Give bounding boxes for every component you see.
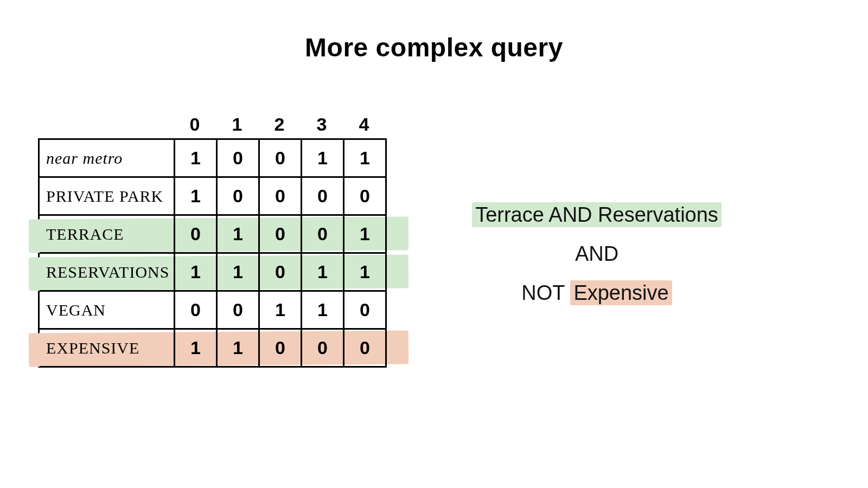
cell: 0: [344, 178, 387, 216]
slide-title: More complex query: [0, 33, 868, 62]
cell: 1: [302, 292, 344, 330]
cell: 0: [260, 254, 302, 292]
cell: 1: [175, 330, 218, 368]
cell: 0: [302, 178, 344, 216]
col-header-4: 4: [343, 114, 385, 135]
cell: 0: [218, 140, 260, 178]
cell: 0: [344, 292, 387, 330]
bitmap-table: 0 1 2 3 4 near metro 1 0 0 1 1 PRIVATE P…: [38, 114, 396, 368]
cell: 1: [175, 254, 218, 292]
cell: 0: [260, 178, 302, 216]
cell: 1: [344, 140, 387, 178]
table-row: TERRACE 0 1 0 0 1: [40, 216, 387, 254]
cell: 0: [260, 330, 302, 368]
row-label: EXPENSIVE: [40, 330, 175, 368]
query-not-prefix: NOT: [521, 281, 570, 304]
query-operator: AND: [445, 234, 749, 273]
query-term-red: Expensive: [570, 280, 672, 305]
cell: 0: [302, 330, 344, 368]
column-headers-row: 0 1 2 3 4: [174, 114, 396, 135]
cell: 0: [218, 178, 260, 216]
table-body: near metro 1 0 0 1 1 PRIVATE PARK 1 0 0 …: [38, 138, 387, 368]
row-label: PRIVATE PARK: [40, 178, 175, 216]
cell: 1: [218, 330, 260, 368]
cell: 0: [175, 216, 218, 254]
table-row: PRIVATE PARK 1 0 0 0 0: [40, 178, 387, 216]
cell: 1: [260, 292, 302, 330]
col-header-1: 1: [216, 114, 258, 135]
cell: 1: [302, 140, 344, 178]
cell: 1: [175, 140, 218, 178]
query-expression: Terrace AND Reservations AND NOT Expensi…: [445, 195, 749, 313]
cell: 0: [302, 216, 344, 254]
cell: 1: [218, 254, 260, 292]
cell: 1: [218, 216, 260, 254]
query-term-green: Terrace AND Reservations: [472, 202, 722, 227]
col-header-2: 2: [258, 114, 301, 135]
row-label: VEGAN: [40, 292, 175, 330]
col-header-0: 0: [174, 114, 216, 135]
cell: 0: [260, 216, 302, 254]
cell: 0: [344, 330, 387, 368]
row-label: RESERVATIONS: [40, 254, 175, 292]
cell: 0: [260, 140, 302, 178]
table-row: VEGAN 0 0 1 1 0: [40, 292, 387, 330]
cell: 0: [218, 292, 260, 330]
col-header-3: 3: [301, 114, 343, 135]
cell: 1: [175, 178, 218, 216]
table-row: EXPENSIVE 1 1 0 0 0: [40, 330, 387, 368]
table-row: RESERVATIONS 1 1 0 1 1: [40, 254, 387, 292]
cell: 1: [344, 216, 387, 254]
cell: 1: [302, 254, 344, 292]
cell: 1: [344, 254, 387, 292]
table-row: near metro 1 0 0 1 1: [40, 140, 387, 178]
row-label: near metro: [40, 140, 175, 178]
row-label: TERRACE: [40, 216, 175, 254]
cell: 0: [175, 292, 218, 330]
